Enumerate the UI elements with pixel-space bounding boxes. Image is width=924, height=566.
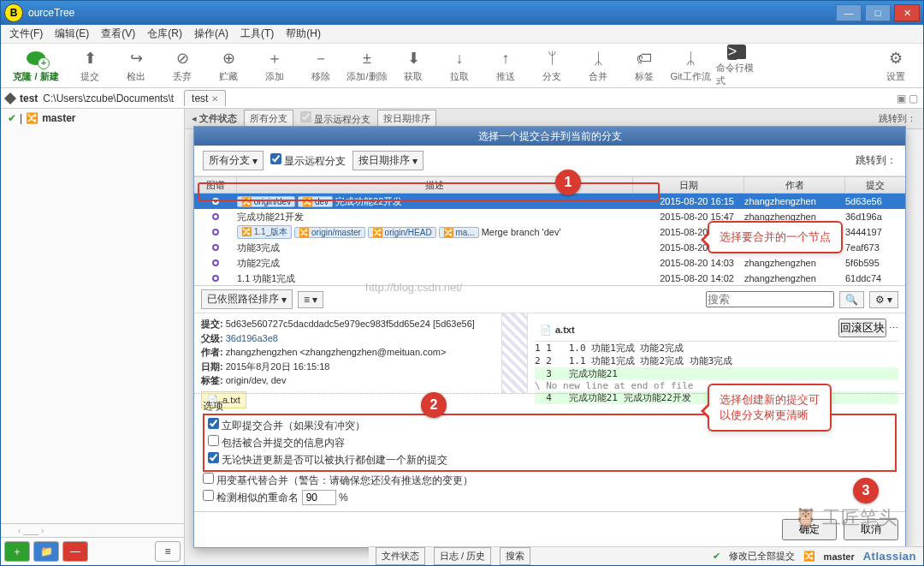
opt-rename-detect[interactable] [203, 490, 214, 501]
close-button[interactable]: ✕ [894, 4, 920, 21]
search-go[interactable]: 🔍 [839, 291, 864, 308]
tag-icon: 🏷 [634, 48, 654, 69]
sort-dropdown[interactable]: 已依照路径排序 ▾ [201, 289, 293, 309]
commit-row[interactable]: 功能2完成2015-08-20 14:03zhangzhengzhen5f6b5… [194, 255, 905, 271]
window-controls-icon[interactable]: ▣ ▢ [897, 92, 918, 104]
badge-b: B [4, 3, 23, 22]
commit-detail: 提交: 5d63e560727c5dacddadc5e979ec983f5dd6… [194, 313, 502, 393]
merge-icon: ᛣ [588, 48, 608, 69]
statusbar: 文件状态 日志 / 历史 搜索 ✔ 修改已全部提交 🔀 master Atlas… [369, 546, 923, 565]
status-log[interactable]: 日志 / 历史 [434, 547, 491, 565]
callout-2: 选择创建新的提交可以使分支树更清晰 [708, 384, 832, 432]
view-mode[interactable]: ≡ ▾ [298, 291, 323, 308]
status-message: 修改已全部提交 [729, 550, 795, 563]
annotation-1: 1 [555, 170, 581, 195]
gear-dropdown[interactable]: ⚙ ▾ [869, 291, 898, 308]
opt-rebase[interactable] [203, 473, 214, 484]
gear-icon: ⚙ [886, 48, 906, 69]
remove-button[interactable]: －移除 [300, 48, 341, 83]
push-icon: ↑ [495, 48, 516, 69]
rename-pct-input[interactable] [302, 490, 336, 505]
menu-help[interactable]: 帮助(H) [286, 27, 321, 41]
atlassian-logo: Atlassian [863, 550, 916, 563]
titlebar: B ourceTree — □ ✕ [1, 1, 923, 25]
branch-filter[interactable]: 所有分支 ▾ [203, 151, 264, 170]
status-branch: master [824, 551, 855, 562]
commit-row[interactable]: 🔀 origin/dev🔀 dev完成功能22开发2015-08-20 16:1… [194, 194, 905, 209]
status-filestate[interactable]: 文件状态 [376, 547, 425, 565]
discard-button[interactable]: ⊘丢弃 [162, 48, 203, 83]
search-input[interactable] [706, 291, 834, 307]
addrm-icon: ± [357, 48, 377, 69]
cmd-button[interactable]: >_命令行模式 [716, 45, 757, 87]
confirm-button[interactable]: 确定 [782, 519, 837, 540]
branch-icon: 🔀 [26, 112, 38, 124]
checkout-icon: ↪ [126, 48, 146, 69]
menu-tools[interactable]: 工具(T) [240, 27, 274, 41]
watermark-url: http://blog.csdn.net/ [365, 281, 462, 294]
minimize-button[interactable]: — [836, 4, 862, 21]
gitflow-button[interactable]: ᛦGit工作流 [670, 48, 711, 83]
more-icon[interactable]: ⋯ [889, 323, 898, 333]
fetch-button[interactable]: ⬇获取 [393, 48, 434, 83]
pathbar: test C:\Users\zcube\Documents\t test✕ ▣ … [1, 88, 923, 109]
rollback-hunk-button[interactable]: 回滚区块 [838, 319, 886, 337]
checkout-button[interactable]: ↪检出 [116, 48, 157, 83]
check-icon: ✔ [8, 112, 16, 124]
window-title: ourceTree [28, 7, 836, 19]
menu-lib[interactable]: 仓库(R) [147, 27, 182, 41]
open-repo-button[interactable]: 📁 [33, 541, 59, 562]
add-button[interactable]: ＋添加 [254, 48, 295, 83]
remove-icon: － [311, 48, 331, 69]
stash-icon: ⊕ [218, 48, 239, 69]
status-search[interactable]: 搜索 [500, 547, 530, 565]
tab-close-icon[interactable]: ✕ [211, 94, 218, 104]
menu-file[interactable]: 文件(F) [9, 27, 43, 41]
callout-1: 选择要合并的一个节点 [708, 221, 843, 253]
merge-button[interactable]: ᛣ合并 [578, 48, 619, 83]
branch-icon: 🔀 [803, 551, 815, 562]
branch-button[interactable]: ᛘ分支 [531, 48, 572, 83]
cmd-icon: >_ [727, 45, 746, 60]
clone-button[interactable]: 克隆 / 新建 [8, 48, 64, 83]
toolbar: 克隆 / 新建 ⬆提交 ↪检出 ⊘丢弃 ⊕贮藏 ＋添加 －移除 ±添加/删除 ⬇… [1, 44, 923, 88]
maximize-button[interactable]: □ [865, 4, 891, 21]
menu-edit[interactable]: 编辑(E) [55, 27, 89, 41]
opt-force-new-commit[interactable] [208, 452, 219, 463]
merge-dialog: 选择一个提交合并到当前的分支 所有分支 ▾ 显示远程分支 按日期排序 ▾ 跳转到… [193, 126, 906, 548]
show-remote-check[interactable]: 显示远程分支 [270, 153, 346, 169]
repo-name: test [20, 92, 38, 104]
sidebar: ✔ | 🔀 master ‹ ⎯⎯⎯ › ＋ 📁 — ≡ [1, 109, 185, 565]
opt-commit-now[interactable] [208, 418, 219, 429]
sidebar-branch-master[interactable]: ✔ | 🔀 master [1, 109, 184, 128]
config-button[interactable]: ≡ [155, 541, 181, 562]
parent-link[interactable]: 36d196a3e8 [226, 333, 278, 343]
commit-icon: ⬆ [80, 48, 100, 69]
tag-button[interactable]: 🏷标签 [624, 48, 665, 83]
opt-include-msg[interactable] [208, 435, 219, 446]
addrm-button[interactable]: ±添加/删除 [346, 48, 388, 83]
menu-view[interactable]: 查看(V) [101, 27, 135, 41]
check-icon: ✔ [713, 551, 720, 562]
commit-row[interactable]: 1.1 功能1完成2015-08-20 14:02zhangzhengzhen6… [194, 271, 905, 286]
discard-icon: ⊘ [172, 48, 192, 69]
pull-button[interactable]: ↓拉取 [439, 48, 480, 83]
tab-test[interactable]: test✕ [184, 90, 226, 106]
push-button[interactable]: ↑推送 [485, 48, 526, 83]
cancel-button[interactable]: 取消 [844, 519, 898, 540]
repo-path: C:\Users\zcube\Documents\t [43, 92, 174, 104]
jump-label: 跳转到： [856, 153, 897, 168]
settings-button[interactable]: ⚙设置 [875, 48, 916, 83]
commit-header: 图谱 描述 日期 作者 提交 [194, 176, 905, 194]
stash-button[interactable]: ⊕贮藏 [208, 48, 249, 83]
annotation-2: 2 [421, 392, 447, 418]
menu-ops[interactable]: 操作(A) [194, 27, 228, 41]
delete-repo-button[interactable]: — [62, 541, 88, 562]
date-order[interactable]: 按日期排序 ▾ [352, 151, 424, 170]
add-repo-button[interactable]: ＋ [4, 541, 30, 562]
menubar: 文件(F) 编辑(E) 查看(V) 仓库(R) 操作(A) 工具(T) 帮助(H… [1, 25, 923, 44]
file-icon: 📄 [540, 325, 552, 336]
fetch-icon: ⬇ [403, 48, 424, 69]
branch-icon: ᛘ [542, 48, 562, 69]
commit-button[interactable]: ⬆提交 [69, 48, 110, 83]
